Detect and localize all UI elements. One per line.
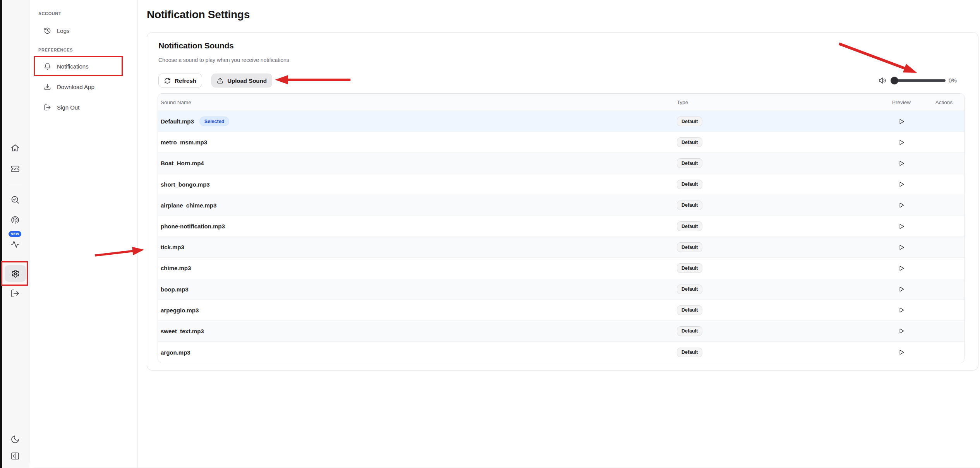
type-badge: Default <box>677 326 702 336</box>
type-cell: Default <box>677 201 880 210</box>
table-row[interactable]: Boat_Horn.mp4 Default <box>158 153 965 174</box>
play-icon <box>898 285 905 293</box>
sound-name-cell: metro_msm.mp3 <box>158 139 677 146</box>
sound-name: Default.mp3 <box>161 118 194 125</box>
volume-control: 0% <box>878 74 957 87</box>
sidebar-section-account: ACCOUNT <box>38 11 61 16</box>
activity-icon[interactable] <box>10 240 20 249</box>
preview-cell <box>880 283 923 296</box>
preview-cell <box>880 262 923 275</box>
preview-cell <box>880 241 923 254</box>
sign-out-icon <box>44 104 51 111</box>
upload-icon <box>217 77 223 84</box>
sound-name: chime.mp3 <box>161 265 191 271</box>
header-actions: Actions <box>923 99 965 105</box>
sound-name: sweet_text.mp3 <box>161 328 204 334</box>
play-sound-button[interactable] <box>895 220 908 233</box>
sound-name: airplane_chime.mp3 <box>161 202 216 209</box>
table-row[interactable]: airplane_chime.mp3 Default <box>158 195 965 216</box>
sidebar-item-label: Sign Out <box>57 104 79 111</box>
play-sound-button[interactable] <box>895 346 908 359</box>
table-row[interactable]: tick.mp3 Default <box>158 237 965 258</box>
sidebar-item-download-app[interactable]: Download App <box>38 80 129 94</box>
sidebar-item-logs[interactable]: Logs <box>38 24 129 38</box>
sign-out-icon[interactable] <box>10 289 20 298</box>
type-badge: Default <box>677 221 702 231</box>
table-row[interactable]: argon.mp3 Default <box>158 342 965 363</box>
ticket-check-icon[interactable] <box>10 164 20 173</box>
table-row[interactable]: sweet_text.mp3 Default <box>158 321 965 342</box>
table-row[interactable]: chime.mp3 Default <box>158 258 965 279</box>
play-sound-button[interactable] <box>895 324 908 338</box>
volume-slider-knob[interactable] <box>891 77 898 84</box>
play-icon <box>898 327 905 335</box>
volume-percent: 0% <box>949 77 957 84</box>
play-sound-button[interactable] <box>895 303 908 317</box>
play-icon <box>898 201 905 209</box>
play-sound-button[interactable] <box>895 115 908 128</box>
history-icon <box>44 27 51 34</box>
preview-cell <box>880 136 923 149</box>
play-sound-button[interactable] <box>895 262 908 275</box>
panel-collapse-icon[interactable] <box>10 451 20 461</box>
table-row[interactable]: arpeggio.mp3 Default <box>158 300 965 321</box>
upload-button-label: Upload Sound <box>227 77 267 84</box>
rail-divider <box>8 183 22 183</box>
type-cell: Default <box>677 158 880 168</box>
search-check-icon[interactable] <box>10 195 20 204</box>
type-badge: Default <box>677 137 702 147</box>
preview-cell <box>880 220 923 233</box>
play-sound-button[interactable] <box>895 136 908 149</box>
type-cell: Default <box>677 221 880 231</box>
table-row[interactable]: Default.mp3 Selected Default <box>158 111 965 132</box>
preview-cell <box>880 157 923 170</box>
settings-sidebar: ACCOUNT Logs PREFERENCES Notifications D… <box>29 0 138 468</box>
preview-cell <box>880 324 923 338</box>
table-row[interactable]: metro_msm.mp3 Default <box>158 132 965 153</box>
sidebar-item-notifications[interactable]: Notifications <box>38 59 129 73</box>
table-row[interactable]: short_bongo.mp3 Default <box>158 174 965 195</box>
podcast-icon[interactable] <box>10 216 20 225</box>
type-cell: Default <box>677 137 880 147</box>
sound-table-body: Default.mp3 Selected Default metro_msm.m… <box>158 111 965 363</box>
moon-icon[interactable] <box>10 435 20 444</box>
page-title: Notification Settings <box>147 9 250 21</box>
table-row[interactable]: phone-notification.mp3 Default <box>158 216 965 237</box>
play-sound-button[interactable] <box>895 178 908 191</box>
icon-rail: NEW <box>2 0 29 468</box>
sound-name-cell: tick.mp3 <box>158 244 677 250</box>
type-cell: Default <box>677 285 880 294</box>
type-badge: Default <box>677 263 702 273</box>
bell-icon <box>44 63 51 70</box>
sound-name-cell: boop.mp3 <box>158 286 677 293</box>
sound-name-cell: arpeggio.mp3 <box>158 307 677 314</box>
preview-cell <box>880 115 923 128</box>
play-sound-button[interactable] <box>895 283 908 296</box>
type-badge: Default <box>677 285 702 294</box>
table-row[interactable]: boop.mp3 Default <box>158 279 965 300</box>
volume-slider[interactable] <box>891 77 946 84</box>
home-icon[interactable] <box>10 143 20 153</box>
type-badge: Default <box>677 348 702 357</box>
sidebar-item-label: Logs <box>57 27 70 34</box>
type-cell: Default <box>677 263 880 273</box>
refresh-button[interactable]: Refresh <box>158 74 202 87</box>
settings-rail-item-active[interactable] <box>5 265 26 282</box>
speaker-icon <box>878 76 887 85</box>
play-sound-button[interactable] <box>895 199 908 212</box>
sound-name: Boat_Horn.mp4 <box>161 160 204 166</box>
sound-table-header: Sound Name Type Preview Actions <box>158 94 965 111</box>
type-badge: Default <box>677 242 702 252</box>
sidebar-item-sign-out[interactable]: Sign Out <box>38 100 129 114</box>
play-sound-button[interactable] <box>895 241 908 254</box>
sound-name: short_bongo.mp3 <box>161 181 210 188</box>
type-badge: Default <box>677 201 702 210</box>
play-sound-button[interactable] <box>895 157 908 170</box>
play-icon <box>898 243 905 251</box>
type-badge: Default <box>677 158 702 168</box>
sound-name-cell: airplane_chime.mp3 <box>158 202 677 209</box>
sound-name-cell: Boat_Horn.mp4 <box>158 160 677 166</box>
rail-divider <box>8 258 22 258</box>
sound-name-cell: short_bongo.mp3 <box>158 181 677 188</box>
upload-sound-button[interactable]: Upload Sound <box>211 74 272 87</box>
